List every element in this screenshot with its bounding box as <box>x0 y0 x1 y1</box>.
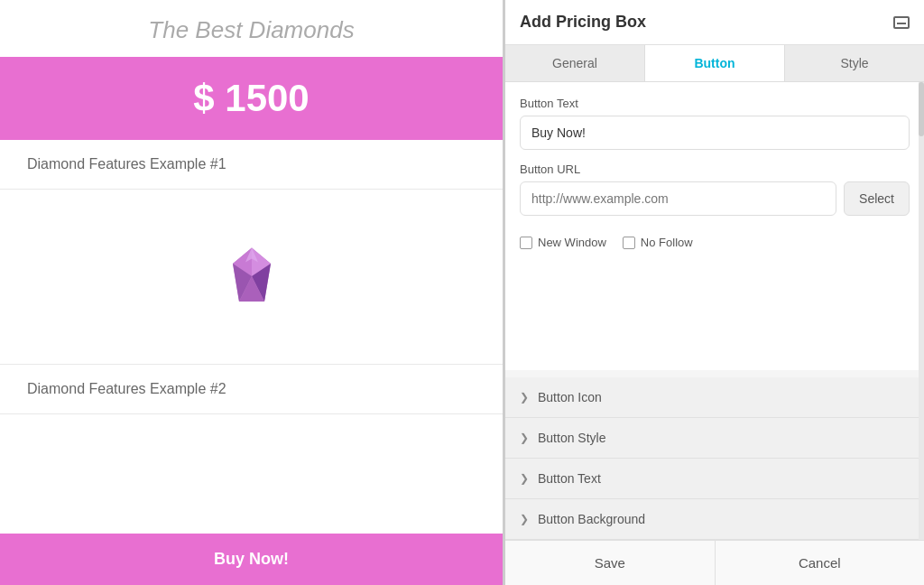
accordion-button-background[interactable]: ❯ Button Background <box>505 499 924 540</box>
select-button[interactable]: Select <box>844 181 910 216</box>
form-area: Button Text Button URL Select New Window <box>505 82 924 370</box>
feature-2: Diamond Features Example #2 <box>0 365 503 414</box>
panel-scroll-area: Button Text Button URL Select New Window <box>505 82 924 540</box>
url-row: Select <box>520 181 910 216</box>
minimize-button[interactable] <box>893 16 910 29</box>
accordion-area: ❯ Button Icon ❯ Button Style ❯ Button Te… <box>505 377 924 540</box>
scroll-track <box>919 82 924 540</box>
tab-style[interactable]: Style <box>785 45 924 81</box>
new-window-label: New Window <box>538 236 606 249</box>
chevron-icon: ❯ <box>520 432 529 444</box>
feature-image-area <box>0 190 503 365</box>
diamond-gem-icon <box>220 245 283 308</box>
chevron-icon: ❯ <box>520 391 529 404</box>
panel-title: Add Pricing Box <box>520 13 646 32</box>
price-banner: $ 1500 <box>0 57 503 140</box>
pricing-title: The Best Diamonds <box>0 0 503 57</box>
button-text-label: Button Text <box>520 97 910 110</box>
no-follow-checkbox[interactable] <box>623 237 635 249</box>
button-url-group: Button URL Select <box>520 162 910 216</box>
new-window-checkbox[interactable] <box>520 237 532 249</box>
chevron-icon: ❯ <box>520 513 529 525</box>
cancel-button[interactable]: Cancel <box>716 541 925 585</box>
buy-now-button[interactable]: Buy Now! <box>0 534 503 585</box>
tab-general[interactable]: General <box>505 45 645 81</box>
tabs-bar: General Button Style <box>505 45 924 82</box>
accordion-button-background-label: Button Background <box>538 512 645 526</box>
accordion-button-icon[interactable]: ❯ Button Icon <box>505 377 924 418</box>
chevron-icon: ❯ <box>520 472 529 485</box>
button-text-input[interactable] <box>520 116 910 150</box>
panel-header: Add Pricing Box <box>505 0 924 45</box>
left-panel: The Best Diamonds $ 1500 Diamond Feature… <box>0 0 505 585</box>
no-follow-label: No Follow <box>641 236 693 249</box>
accordion-button-text-label: Button Text <box>538 471 601 486</box>
button-url-label: Button URL <box>520 162 910 176</box>
accordion-button-text[interactable]: ❯ Button Text <box>505 459 924 499</box>
accordion-button-style-label: Button Style <box>538 431 606 445</box>
feature-1: Diamond Features Example #1 <box>0 140 503 190</box>
save-button[interactable]: Save <box>505 541 716 585</box>
button-url-input[interactable] <box>520 181 836 216</box>
tab-button[interactable]: Button <box>645 45 785 81</box>
accordion-button-style[interactable]: ❯ Button Style <box>505 418 924 459</box>
footer-buttons: Save Cancel <box>505 540 924 585</box>
checkbox-row: New Window No Follow <box>520 228 910 256</box>
button-text-group: Button Text <box>520 97 910 150</box>
right-panel: Add Pricing Box General Button Style But… <box>505 0 924 585</box>
accordion-button-icon-label: Button Icon <box>538 390 602 404</box>
no-follow-checkbox-label[interactable]: No Follow <box>623 236 693 249</box>
new-window-checkbox-label[interactable]: New Window <box>520 236 606 249</box>
scroll-thumb[interactable] <box>919 82 924 136</box>
